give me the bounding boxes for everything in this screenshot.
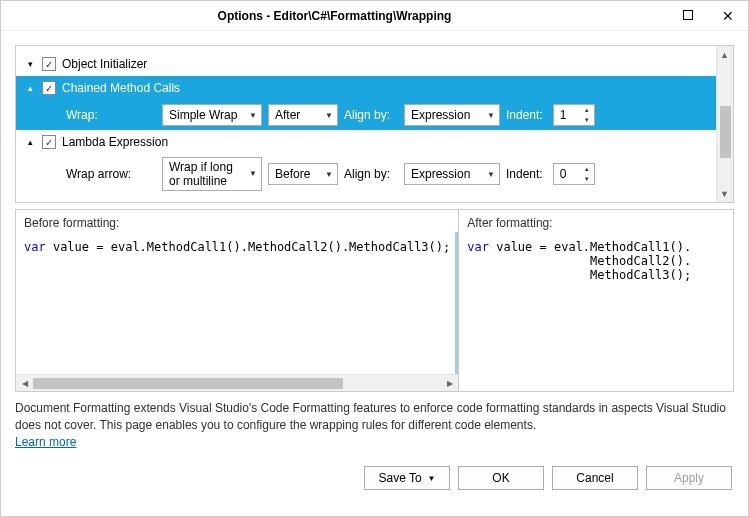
indent-spinner[interactable]: 1 ▲ ▼ bbox=[553, 104, 595, 126]
vertical-scrollbar[interactable]: ▲ ▼ bbox=[716, 46, 733, 202]
dropdown-value: Expression bbox=[411, 167, 470, 181]
preview-area: Before formatting: var value = eval.Meth… bbox=[15, 209, 734, 392]
chevron-down-icon: ▼ bbox=[487, 170, 495, 179]
node-label: Chained Method Calls bbox=[62, 81, 180, 95]
scrollbar-thumb[interactable] bbox=[33, 378, 343, 389]
tree-node-object-initializer[interactable]: ▾ ✓ Object Initializer bbox=[16, 52, 733, 76]
dropdown-value: Wrap if long or multiline bbox=[169, 160, 245, 189]
maximize-icon bbox=[683, 9, 693, 23]
maximize-button[interactable] bbox=[668, 1, 708, 31]
expand-icon[interactable]: ▾ bbox=[24, 58, 36, 70]
chevron-down-icon: ▼ bbox=[325, 111, 333, 120]
tree-node-lambda-expression[interactable]: ▴ ✓ Lambda Expression bbox=[16, 130, 733, 154]
description-body: Document Formatting extends Visual Studi… bbox=[15, 401, 726, 432]
close-icon: ✕ bbox=[722, 8, 734, 24]
collapse-icon[interactable]: ▴ bbox=[24, 136, 36, 148]
wrap-mode-dropdown[interactable]: Simple Wrap ▼ bbox=[162, 104, 262, 126]
button-label: Save To bbox=[378, 471, 421, 485]
spinner-value: 0 bbox=[560, 167, 567, 181]
apply-button[interactable]: Apply bbox=[646, 466, 732, 490]
close-button[interactable]: ✕ bbox=[708, 1, 748, 31]
horizontal-scrollbar[interactable]: ◀ ▶ bbox=[16, 374, 458, 391]
chevron-down-icon: ▼ bbox=[249, 111, 257, 120]
align-by-label: Align by: bbox=[344, 167, 394, 181]
align-by-dropdown[interactable]: Expression ▼ bbox=[404, 104, 500, 126]
button-label: OK bbox=[492, 471, 509, 485]
code-text: value = eval.MethodCall1(). bbox=[489, 240, 691, 254]
collapse-icon[interactable]: ▴ bbox=[24, 82, 36, 94]
title-bar: Options - Editor\C#\Formatting\Wrapping … bbox=[1, 1, 748, 31]
button-label: Apply bbox=[674, 471, 704, 485]
window-title: Options - Editor\C#\Formatting\Wrapping bbox=[1, 9, 668, 23]
chevron-down-icon: ▼ bbox=[487, 111, 495, 120]
scrollbar-thumb[interactable] bbox=[720, 106, 731, 158]
align-by-dropdown[interactable]: Expression ▼ bbox=[404, 163, 500, 185]
chained-controls-row: Wrap: Simple Wrap ▼ After ▼ Align by: Ex… bbox=[16, 100, 733, 130]
chevron-down-icon: ▼ bbox=[428, 474, 436, 483]
cancel-button[interactable]: Cancel bbox=[552, 466, 638, 490]
scroll-right-icon[interactable]: ▶ bbox=[441, 375, 458, 392]
scroll-up-icon[interactable]: ▲ bbox=[716, 46, 733, 63]
before-pane: Before formatting: var value = eval.Meth… bbox=[16, 210, 458, 391]
node-label: Lambda Expression bbox=[62, 135, 168, 149]
wrap-position-dropdown[interactable]: After ▼ bbox=[268, 104, 338, 126]
scroll-down-icon[interactable]: ▼ bbox=[716, 185, 733, 202]
code-text: value = eval.MethodCall1().MethodCall2()… bbox=[46, 240, 451, 254]
chevron-down-icon: ▼ bbox=[249, 169, 257, 179]
options-tree: ▾ ✓ Object Initializer ▴ ✓ Chained Metho… bbox=[15, 45, 734, 203]
dropdown-value: Expression bbox=[411, 108, 470, 122]
checkbox[interactable]: ✓ bbox=[42, 135, 56, 149]
spin-down-icon[interactable]: ▼ bbox=[580, 174, 594, 184]
code-keyword: var bbox=[24, 240, 46, 254]
dropdown-value: Before bbox=[275, 167, 310, 181]
code-text: MethodCall2(). bbox=[467, 254, 691, 268]
lambda-controls-row: Wrap arrow: Wrap if long or multiline ▼ … bbox=[16, 154, 733, 194]
dropdown-value: Simple Wrap bbox=[169, 108, 237, 122]
spin-up-icon[interactable]: ▲ bbox=[580, 105, 594, 115]
spinner-value: 1 bbox=[560, 108, 567, 122]
wrap-arrow-dropdown[interactable]: Wrap if long or multiline ▼ bbox=[162, 157, 262, 191]
before-code: var value = eval.MethodCall1().MethodCal… bbox=[16, 236, 458, 374]
chevron-down-icon: ▼ bbox=[325, 170, 333, 179]
svg-rect-0 bbox=[684, 10, 693, 19]
ok-button[interactable]: OK bbox=[458, 466, 544, 490]
button-label: Cancel bbox=[576, 471, 613, 485]
dropdown-value: After bbox=[275, 108, 300, 122]
wrap-position-dropdown[interactable]: Before ▼ bbox=[268, 163, 338, 185]
indent-label: Indent: bbox=[506, 108, 543, 122]
code-text: MethodCall3(); bbox=[467, 268, 691, 282]
indent-label: Indent: bbox=[506, 167, 543, 181]
description-text: Document Formatting extends Visual Studi… bbox=[15, 400, 734, 450]
spin-up-icon[interactable]: ▲ bbox=[580, 164, 594, 174]
before-header: Before formatting: bbox=[16, 210, 458, 236]
save-to-button[interactable]: Save To ▼ bbox=[364, 466, 450, 490]
after-pane: After formatting: var value = eval.Metho… bbox=[458, 210, 733, 391]
checkbox[interactable]: ✓ bbox=[42, 57, 56, 71]
wrap-label: Wrap: bbox=[66, 108, 152, 122]
checkbox[interactable]: ✓ bbox=[42, 81, 56, 95]
align-by-label: Align by: bbox=[344, 108, 394, 122]
wrap-arrow-label: Wrap arrow: bbox=[66, 167, 152, 181]
scroll-left-icon[interactable]: ◀ bbox=[16, 375, 33, 392]
tree-node-chained-method-calls[interactable]: ▴ ✓ Chained Method Calls bbox=[16, 76, 733, 100]
dialog-content: ▾ ✓ Object Initializer ▴ ✓ Chained Metho… bbox=[1, 31, 748, 498]
indent-spinner[interactable]: 0 ▲ ▼ bbox=[553, 163, 595, 185]
spin-down-icon[interactable]: ▼ bbox=[580, 115, 594, 125]
dialog-button-row: Save To ▼ OK Cancel Apply bbox=[15, 466, 734, 490]
node-label: Object Initializer bbox=[62, 57, 147, 71]
after-header: After formatting: bbox=[459, 210, 733, 236]
learn-more-link[interactable]: Learn more bbox=[15, 435, 76, 449]
code-keyword: var bbox=[467, 240, 489, 254]
after-code: var value = eval.MethodCall1(). MethodCa… bbox=[459, 236, 733, 391]
